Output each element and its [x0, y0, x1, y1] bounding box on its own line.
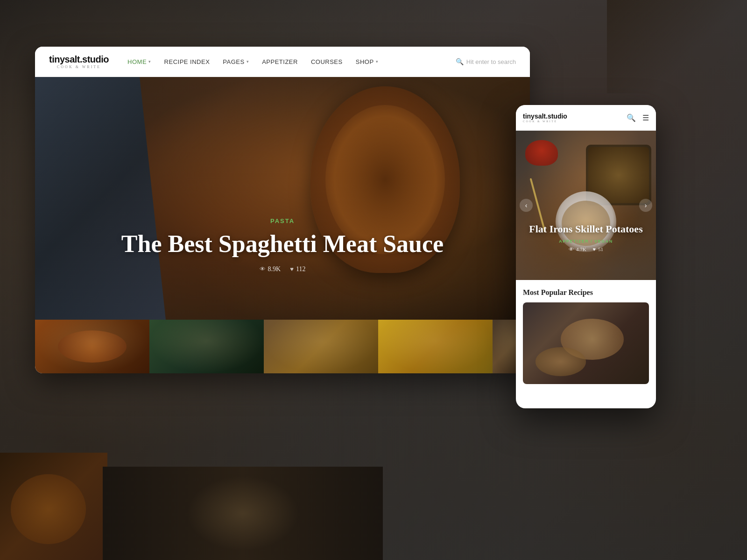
- mobile-hero: ‹ › Flat Irons Skillet Potatoes APPETIZE…: [516, 131, 656, 280]
- eye-icon: 👁: [260, 266, 266, 273]
- nav-links: HOME ▾ RECIPE INDEX PAGES ▾ APPETIZER CO…: [127, 58, 456, 65]
- desktop-navbar: tinysalt.studio COOK & WRITE HOME ▾ RECI…: [35, 47, 530, 77]
- desktop-logo[interactable]: tinysalt.studio COOK & WRITE: [49, 54, 109, 69]
- nav-courses[interactable]: COURSES: [311, 58, 343, 65]
- eye-icon: 👁: [569, 246, 574, 252]
- mobile-hero-stats: 👁 4.7K ♥ 51: [516, 246, 656, 252]
- chevron-down-icon: ▾: [247, 59, 249, 64]
- logo-sub: COOK & WRITE: [49, 65, 109, 69]
- mobile-hero-categories: APPETIZER / VEGAN: [516, 239, 656, 244]
- like-count: ♥ 112: [290, 266, 305, 273]
- hero-stats: 👁 8.9K ♥ 112: [35, 266, 530, 273]
- mobile-logo-sub: COOK & WRITE: [523, 120, 627, 123]
- chevron-down-icon: ▾: [376, 59, 379, 64]
- mobile-popular-section: Most Popular Recipes: [516, 280, 656, 389]
- mobile-like-count: ♥ 51: [593, 246, 604, 252]
- heart-icon: ♥: [593, 246, 596, 252]
- mobile-hero-title: Flat Irons Skillet Potatoes: [516, 223, 656, 235]
- bg-bottom-food: [103, 467, 383, 560]
- popular-section-title: Most Popular Recipes: [523, 288, 649, 297]
- thumbnail-2[interactable]: [149, 320, 264, 373]
- hero-title: The Best Spaghetti Meat Sauce: [35, 230, 530, 258]
- heart-icon: ♥: [290, 266, 294, 273]
- nav-recipe-index[interactable]: RECIPE INDEX: [164, 58, 210, 65]
- carousel-next-button[interactable]: ›: [639, 199, 652, 212]
- chevron-down-icon: ▾: [148, 59, 151, 64]
- thumbnail-1[interactable]: [35, 320, 149, 373]
- carousel-prev-button[interactable]: ‹: [520, 199, 533, 212]
- mobile-nav-icons: 🔍 ☰: [627, 113, 649, 122]
- thumbnail-strip: [35, 320, 530, 373]
- bg-top-right-food: [607, 0, 747, 93]
- view-count: 👁 8.9K: [260, 266, 281, 273]
- thumbnail-3[interactable]: [264, 320, 378, 373]
- nav-appetizer[interactable]: APPETIZER: [262, 58, 298, 65]
- logo-text: tinysalt.studio: [49, 54, 109, 65]
- mobile-navbar: tinysalt.studio COOK & WRITE 🔍 ☰: [516, 105, 656, 131]
- mobile-logo[interactable]: tinysalt.studio COOK & WRITE: [523, 112, 627, 123]
- thumbnail-4[interactable]: [378, 320, 493, 373]
- mobile-sauce-bowl: [525, 140, 558, 166]
- search-area[interactable]: 🔍 Hit enter to search: [456, 58, 516, 66]
- mobile-menu-icon[interactable]: ☰: [642, 113, 649, 122]
- mobile-hero-content: Flat Irons Skillet Potatoes APPETIZER / …: [516, 223, 656, 252]
- mobile-search-icon[interactable]: 🔍: [627, 113, 636, 122]
- search-placeholder-text: Hit enter to search: [466, 58, 516, 65]
- hero-content: PASTA The Best Spaghetti Meat Sauce 👁 8.…: [35, 217, 530, 273]
- mobile-mockup: tinysalt.studio COOK & WRITE 🔍 ☰ ‹ › Fla…: [516, 105, 656, 408]
- nav-shop[interactable]: SHOP ▾: [356, 58, 378, 65]
- mobile-view-count: 👁 4.7K: [569, 246, 586, 252]
- nav-pages[interactable]: PAGES ▾: [223, 58, 249, 65]
- desktop-mockup: tinysalt.studio COOK & WRITE HOME ▾ RECI…: [35, 47, 530, 373]
- popular-recipe-image[interactable]: [523, 302, 649, 384]
- desktop-hero: PASTA The Best Spaghetti Meat Sauce 👁 8.…: [35, 77, 530, 320]
- bg-bottom-left-food: [0, 453, 107, 560]
- mobile-logo-text: tinysalt.studio: [523, 112, 627, 120]
- hero-category: PASTA: [35, 217, 530, 224]
- nav-home[interactable]: HOME ▾: [127, 58, 151, 65]
- search-icon: 🔍: [456, 58, 464, 66]
